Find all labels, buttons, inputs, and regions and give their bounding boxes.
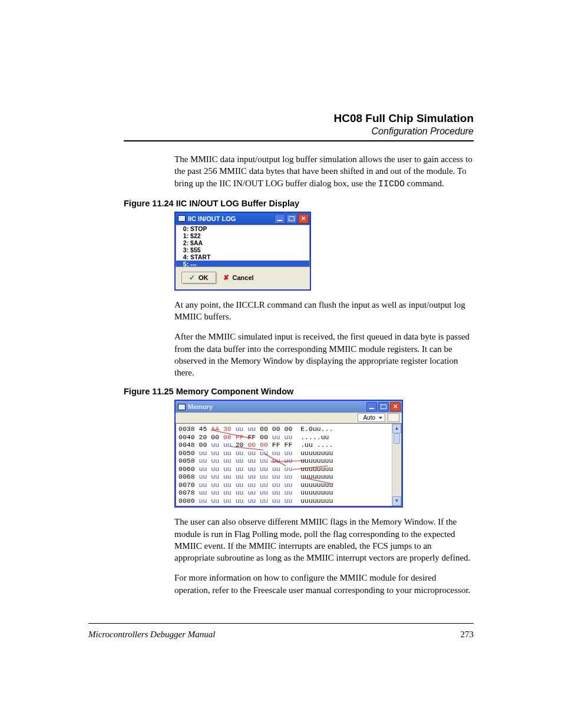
cancel-label: Cancel	[233, 274, 254, 281]
window-icon	[178, 215, 186, 222]
memory-row[interactable]: 0078 uu uu uu uu uu uu uu uu uuuuuuuu	[178, 489, 401, 497]
memory-row[interactable]: 0068 uu uu uu uu uu uu uu uu uuuuuuuu	[178, 473, 401, 481]
ok-button[interactable]: ✓ OK	[181, 272, 216, 284]
memory-hex-area[interactable]: 0038 45 AA 30 uu uu 00 00 00 E.0uu...004…	[176, 423, 402, 506]
list-item[interactable]: 3: $55	[176, 246, 309, 253]
footer-rule	[88, 623, 474, 624]
scroll-down-icon[interactable]: ▼	[392, 496, 401, 506]
footer-title: Microcontrollers Debugger Manual	[88, 630, 216, 640]
paragraph-4: The user can also observe different MMII…	[174, 516, 474, 564]
memory-row[interactable]: 0050 uu uu uu uu uu uu uu uu uuuuuuuu	[178, 449, 401, 457]
section-title: Configuration Procedure	[124, 126, 474, 137]
page-number: 273	[461, 630, 474, 640]
figure-11-24-caption: Figure 11.24 IIC IN/OUT LOG Buffer Displ…	[124, 199, 474, 208]
scroll-up-icon[interactable]: ▲	[392, 424, 401, 433]
memory-row[interactable]: 0048 00 uu uu 20 00 00 FF FF .uu ....	[178, 441, 401, 449]
memory-row[interactable]: 0040 20 00 08 FF FF 00 uu uu .....uu	[178, 433, 401, 442]
figure-11-25-caption: Figure 11.25 Memory Component Window	[124, 387, 474, 396]
list-item[interactable]: 4: START	[176, 253, 309, 261]
paragraph-5: For more information on how to configure…	[174, 572, 474, 596]
mode-dropdown[interactable]: Auto	[358, 413, 385, 422]
check-icon: ✓	[189, 274, 195, 282]
chapter-title: HC08 Full Chip Simulation	[124, 112, 474, 125]
paragraph-3: After the MMIIC simulated input is recei…	[174, 331, 474, 378]
memory-titlebar[interactable]: Memory	[176, 401, 402, 413]
memory-row[interactable]: 0070 uu uu uu uu uu uu uu uu uuuuuuuu	[178, 481, 401, 489]
minimize-icon[interactable]	[275, 214, 285, 223]
iic-log-list[interactable]: 0: STOP 1: $22 2: $AA 3: $55 4: START 5:…	[176, 225, 310, 267]
x-icon: ✘	[223, 274, 229, 282]
memory-title: Memory	[188, 403, 366, 410]
toolbar-button[interactable]	[388, 413, 399, 422]
maximize-icon[interactable]	[286, 214, 297, 223]
list-item-selected[interactable]: 5: ---	[176, 261, 309, 267]
memory-toolbar: Auto	[176, 413, 402, 423]
close-icon[interactable]	[390, 402, 401, 411]
iic-log-dialog: IIC IN/OUT LOG 0: STOP 1: $22 2: $AA 3: …	[174, 212, 311, 291]
code-iicdo: IICDO	[378, 179, 405, 189]
scrollbar[interactable]: ▲ ▼	[392, 424, 401, 506]
memory-window: Memory Auto	[174, 400, 403, 508]
iic-log-titlebar[interactable]: IIC IN/OUT LOG	[176, 213, 310, 225]
list-item[interactable]: 0: STOP	[176, 225, 309, 232]
memory-row[interactable]: 0060 uu uu uu uu uu uu uu uu uuuuuuuu	[178, 465, 401, 473]
paragraph-1: The MMIIC data input/output log buffer s…	[174, 153, 474, 190]
maximize-icon[interactable]	[378, 402, 389, 411]
memory-row[interactable]: 0080 uu uu uu uu uu uu uu uu uuuuuuuu	[178, 497, 401, 505]
list-item[interactable]: 1: $22	[176, 232, 309, 239]
window-icon	[178, 404, 186, 410]
scroll-thumb[interactable]	[394, 433, 400, 444]
paragraph-1-b: command.	[405, 179, 444, 188]
cancel-button[interactable]: ✘ Cancel	[223, 272, 254, 283]
memory-row[interactable]: 0038 45 AA 30 uu uu 00 00 00 E.0uu...	[178, 425, 401, 433]
close-icon[interactable]	[298, 214, 309, 223]
minimize-icon[interactable]	[366, 402, 377, 411]
paragraph-2: At any point, the IICCLR command can flu…	[174, 299, 474, 323]
header-rule	[124, 140, 474, 141]
iic-log-title: IIC IN/OUT LOG	[188, 215, 275, 222]
ok-label: OK	[199, 274, 209, 281]
list-item[interactable]: 2: $AA	[176, 239, 309, 246]
